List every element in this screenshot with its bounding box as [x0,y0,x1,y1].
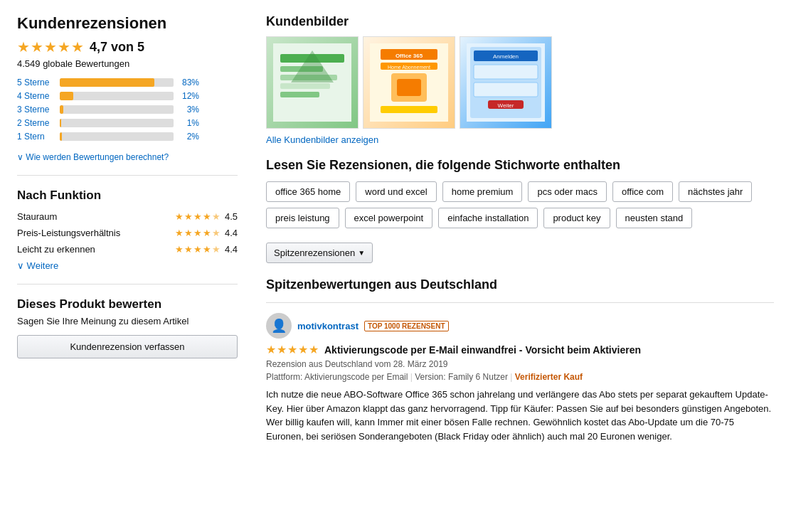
stichwort-tag[interactable]: pcs oder macs [528,181,607,202]
total-ratings: 4.549 globale Bewertungen [17,58,238,69]
weitere-link[interactable]: ∨ Weitere [17,260,238,271]
section-title: Kundenrezensionen [17,14,238,33]
mini-star: ★ [203,244,211,255]
star-2: ★ [31,38,43,55]
rev-star-4: ★ [298,343,308,356]
rev-star-2: ★ [277,343,287,356]
alle-bilder-link[interactable]: Alle Kundenbilder anzeigen [266,134,378,145]
mini-star: ★ [175,228,184,238]
svg-rect-20 [474,83,538,97]
bar-background [60,78,174,87]
avatar-icon: 👤 [271,318,287,334]
review-stars: ★ ★ ★ ★ ★ [266,343,319,356]
bar-background [60,132,174,141]
mini-star: ★ [184,244,193,255]
star-5: ★ [71,38,84,55]
mini-star-half: ★ [212,211,221,222]
mini-stars: ★★★★★ [175,244,221,255]
stichwort-tag[interactable]: einfache installation [438,208,538,228]
chevron-down-icon: ▼ [358,249,365,257]
kundenbilder-title: Kundenbilder [266,14,774,29]
bar-label[interactable]: 2 Sterne [17,118,54,128]
svg-rect-5 [280,92,319,97]
bar-pct: 83% [179,78,199,87]
rating-bar-row: 1 Stern 2% [17,132,238,142]
overall-stars: ★ ★ ★ ★ ★ 4,7 von 5 [17,38,238,55]
stars-display: ★ ★ ★ ★ ★ [17,38,84,55]
bar-fill [60,119,61,127]
bar-fill [60,105,63,114]
bar-fill [60,132,62,141]
spitzenrezensionen-select[interactable]: Spitzenrezensionen ▼ [266,243,373,263]
review-platform: Plattform: Aktivierungscode per Email [266,372,408,382]
bar-label[interactable]: 4 Sterne [17,91,54,101]
rev-star-1: ★ [266,343,276,356]
overall-score: 4,7 von 5 [90,40,144,55]
stichwort-tag[interactable]: word und excel [356,181,436,202]
rev-star-5: ★ [309,343,319,356]
bar-label[interactable]: 5 Sterne [17,78,54,87]
review-stars-row: ★ ★ ★ ★ ★ Aktivierungscode per E-Mail ei… [266,343,774,356]
rating-bar-row: 2 Sterne 1% [17,118,238,128]
bar-background [60,92,174,100]
rating-bar-row: 5 Sterne 83% [17,78,238,87]
bilder-row: Office 365 Home Abonnement Anmelden [266,36,774,129]
bild-thumb-2[interactable]: Office 365 Home Abonnement [363,36,455,129]
bewertungen-link[interactable]: ∨ Wie werden Bewertungen berechnet? [17,152,169,162]
svg-text:Home Abonnement: Home Abonnement [388,65,430,70]
mini-star-half: ★ [212,228,221,238]
bewerten-button[interactable]: Kundenrezension verfassen [17,335,238,358]
funktion-score: 4.4 [225,244,238,255]
review-version: Version: Family 6 Nutzer [415,372,508,382]
reviewer-name[interactable]: motivkontrast [297,321,359,331]
bewerten-title: Dieses Produkt bewerten [17,297,238,312]
mini-star: ★ [193,211,202,222]
stichwort-tag[interactable]: home premium [442,181,523,202]
funktion-row: Leicht zu erkennen ★★★★★ 4.4 [17,244,238,255]
svg-rect-14 [381,106,437,113]
mini-star: ★ [193,244,202,255]
verified-badge: Verifizierter Kauf [515,372,583,382]
svg-text:Weiter: Weiter [498,102,514,109]
stichwort-tag[interactable]: preis leistung [266,208,339,228]
select-label: Spitzenrezensionen [274,248,355,258]
stichworte-title: Lesen Sie Rezensionen, die folgende Stic… [266,158,774,173]
left-column: Kundenrezensionen ★ ★ ★ ★ ★ 4,7 von 5 4.… [17,14,238,443]
mini-star: ★ [203,211,211,222]
bar-background [60,105,174,114]
mini-star: ★ [193,228,202,238]
review-section: 👤 motivkontrast TOP 1000 REZENSENT ★ ★ ★… [266,302,774,443]
review-text: Ich nutze die neue ABO-Software Office 3… [266,388,774,443]
bar-fill [60,78,154,87]
bar-pct: 12% [179,91,199,101]
review-meta-detail: Plattform: Aktivierungscode per Email | … [266,372,774,382]
funktion-row: Preis-Leistungsverhältnis ★★★★★ 4.4 [17,228,238,238]
funktion-stars-score: ★★★★★ 4.4 [175,244,238,255]
top-badge: TOP 1000 REZENSENT [364,321,449,331]
funktion-stars-score: ★★★★★ 4.4 [175,228,238,238]
bewerten-desc: Sagen Sie Ihre Meinung zu diesem Artikel [17,316,238,326]
stichwort-tag[interactable]: nächstes jahr [679,181,752,202]
stichwort-tag[interactable]: office 365 home [266,181,350,202]
bar-fill [60,92,73,100]
star-4: ★ [58,38,70,55]
rating-bar-row: 4 Sterne 12% [17,91,238,101]
stichwort-tag[interactable]: product key [543,208,610,228]
right-column: Kundenbilder Office 365 [266,14,774,443]
svg-rect-13 [397,79,421,96]
stichwort-tag[interactable]: excel powerpoint [345,208,433,228]
divider-1 [17,175,238,176]
stichwort-tag[interactable]: office com [612,181,673,202]
bar-label[interactable]: 3 Sterne [17,105,54,115]
filter-row: Spitzenrezensionen ▼ [266,243,774,263]
reviewer-row: 👤 motivkontrast TOP 1000 REZENSENT [266,313,774,339]
mini-star: ★ [184,228,193,238]
stichworte-grid: office 365 homeword und excelhome premiu… [266,181,774,228]
rev-star-3: ★ [287,343,297,356]
review-date: Rezension aus Deutschland vom 28. März 2… [266,359,774,369]
bar-label[interactable]: 1 Stern [17,132,54,142]
stichwort-tag[interactable]: neusten stand [616,208,693,228]
bild-thumb-1[interactable] [266,36,359,129]
bild-thumb-3[interactable]: Anmelden Weiter [460,36,552,129]
rating-bars: 5 Sterne 83% 4 Sterne 12% 3 Sterne 3% 2 … [17,78,238,142]
